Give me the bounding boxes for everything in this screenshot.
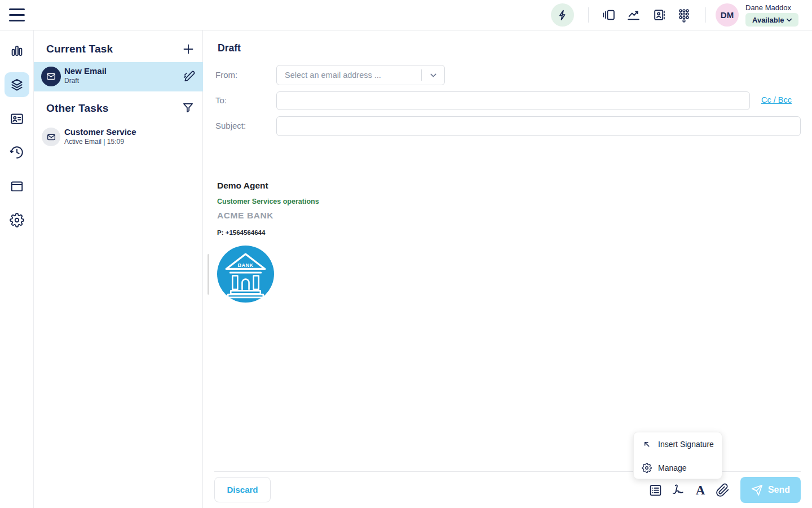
font-format-button[interactable]: A	[693, 482, 708, 498]
menu-item-label: Insert Signature	[658, 440, 714, 449]
send-button[interactable]: Send	[740, 477, 801, 503]
body-scrollbar[interactable]	[208, 254, 209, 295]
app-root: DM Dane Maddox Available Current Task	[0, 0, 812, 508]
filter-tasks-button[interactable]	[182, 101, 195, 114]
user-name: Dane Maddox	[745, 3, 791, 12]
sidebar-item-settings[interactable]	[10, 213, 24, 227]
lightning-button[interactable]	[551, 3, 574, 27]
bar-chart-icon	[10, 43, 24, 58]
to-input[interactable]	[276, 91, 750, 110]
task-row-customer-service[interactable]: Customer Service Active Email | 15:09	[34, 122, 203, 152]
gear-icon	[642, 463, 652, 473]
discard-button[interactable]: Discard	[214, 477, 271, 502]
to-label: To:	[215, 95, 227, 105]
signature-popup-menu: Insert Signature Manage	[633, 432, 722, 479]
cc-bcc-link[interactable]: Cc / Bcc	[761, 95, 792, 104]
sidebar-item-contacts[interactable]	[10, 111, 24, 126]
line-chart-icon	[626, 8, 641, 22]
attachment-button[interactable]	[715, 482, 730, 498]
avatar-initials: DM	[721, 10, 734, 20]
task-panel: Current Task New Email Draft Other Tasks…	[34, 30, 203, 508]
task-row-new-email[interactable]: New Email Draft	[34, 62, 203, 91]
sidebar-item-interactions[interactable]	[10, 77, 24, 92]
signature-department: Customer Services operations	[217, 198, 319, 205]
topbar-divider	[705, 7, 706, 23]
signature-menu-button[interactable]	[670, 482, 685, 498]
task-title: Customer Service	[64, 127, 136, 137]
list-box-icon	[648, 483, 663, 497]
dialpad-icon	[678, 8, 690, 23]
task-title: New Email	[64, 66, 107, 76]
arrow-up-left-icon	[642, 439, 652, 449]
sidebar-item-analytics[interactable]	[10, 43, 24, 58]
other-tasks-header: Other Tasks	[46, 102, 109, 115]
signature-phone: P: +1564564644	[217, 229, 319, 236]
current-task-header: Current Task	[46, 43, 113, 55]
envelope-icon	[46, 72, 56, 81]
compose-button[interactable]	[183, 70, 196, 83]
canned-responses-button[interactable]	[648, 482, 663, 498]
add-task-button[interactable]	[182, 42, 195, 56]
topbar: DM Dane Maddox Available	[0, 0, 812, 30]
task-avatar	[41, 67, 61, 86]
task-subtitle: Active Email | 15:09	[64, 138, 124, 146]
letter-a-icon: A	[696, 484, 705, 497]
hamburger-menu-icon[interactable]	[9, 8, 25, 21]
user-avatar[interactable]: DM	[716, 3, 739, 27]
draft-composer: Draft From: Select an email address ... …	[203, 30, 812, 508]
signature-company: ACME BANK	[217, 211, 319, 221]
from-label: From:	[215, 70, 237, 80]
clock-history-icon	[10, 145, 24, 160]
icon-rail	[0, 30, 34, 508]
pen-compose-icon	[183, 70, 196, 83]
address-book-icon	[652, 8, 667, 22]
subject-input[interactable]	[276, 116, 801, 136]
sidebar-item-history[interactable]	[10, 145, 24, 160]
menu-item-label: Manage	[658, 463, 687, 472]
side-panels-icon	[602, 8, 616, 22]
task-subtitle: Draft	[64, 77, 79, 85]
contact-card-icon	[10, 111, 24, 126]
contacts-button[interactable]	[652, 8, 667, 22]
status-label: Available	[752, 16, 784, 24]
funnel-icon	[182, 101, 195, 114]
paperclip-icon	[716, 483, 730, 497]
topbar-divider	[588, 7, 589, 23]
plus-icon	[182, 42, 195, 56]
gear-icon	[10, 213, 24, 227]
manage-signatures-menu-item[interactable]: Manage	[634, 456, 722, 480]
dialpad-button[interactable]	[678, 8, 692, 22]
chevron-down-icon	[429, 71, 438, 80]
bank-logo: BANK	[217, 246, 274, 303]
task-avatar	[42, 128, 60, 146]
from-placeholder: Select an email address ...	[285, 71, 421, 80]
layers-icon	[10, 77, 24, 92]
browser-window-icon	[10, 179, 24, 194]
performance-button[interactable]	[626, 8, 641, 22]
page-title: Draft	[218, 42, 241, 54]
send-label: Send	[768, 485, 790, 495]
from-select[interactable]: Select an email address ...	[276, 65, 445, 85]
paper-plane-icon	[751, 484, 763, 496]
signature-icon	[670, 483, 685, 497]
status-dropdown[interactable]: Available	[745, 13, 798, 27]
email-body-signature[interactable]: Demo Agent Customer Services operations …	[217, 181, 319, 303]
sidebar-item-apps[interactable]	[10, 179, 24, 194]
lightning-icon	[557, 9, 569, 21]
panels-button[interactable]	[602, 8, 616, 22]
subject-label: Subject:	[215, 121, 246, 130]
envelope-icon	[47, 133, 56, 142]
chevron-down-icon	[785, 16, 793, 24]
bank-logo-text: BANK	[237, 262, 253, 268]
signature-name: Demo Agent	[217, 181, 319, 191]
insert-signature-menu-item[interactable]: Insert Signature	[634, 432, 722, 456]
